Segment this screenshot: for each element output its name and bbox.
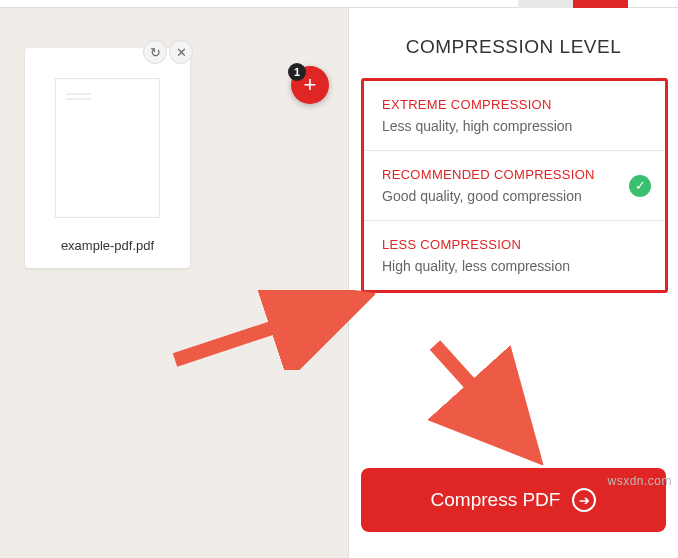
file-name: example-pdf.pdf xyxy=(35,228,180,258)
panel-title: COMPRESSION LEVEL xyxy=(349,8,678,78)
option-less[interactable]: LESS COMPRESSION High quality, less comp… xyxy=(364,221,665,290)
top-bar xyxy=(0,0,678,8)
option-recommended[interactable]: RECOMMENDED COMPRESSION Good quality, go… xyxy=(364,151,665,221)
remove-button[interactable]: ✕ xyxy=(169,40,193,64)
add-file-button[interactable]: 1 + xyxy=(291,66,329,104)
selected-check-icon: ✓ xyxy=(629,175,651,197)
file-thumbnail xyxy=(55,78,160,218)
files-panel: ↻ ✕ example-pdf.pdf 1 + xyxy=(0,8,348,558)
rotate-button[interactable]: ↻ xyxy=(143,40,167,64)
file-count-badge: 1 xyxy=(288,63,306,81)
option-title: EXTREME COMPRESSION xyxy=(382,97,647,112)
main-container: ↻ ✕ example-pdf.pdf 1 + COMPRESSION LEVE… xyxy=(0,8,678,558)
close-icon: ✕ xyxy=(176,45,187,60)
watermark: wsxdn.com xyxy=(607,474,672,488)
option-desc: High quality, less compression xyxy=(382,258,647,274)
compression-options: EXTREME COMPRESSION Less quality, high c… xyxy=(361,78,668,293)
arrow-right-icon: ➔ xyxy=(572,488,596,512)
option-title: LESS COMPRESSION xyxy=(382,237,647,252)
plus-icon: + xyxy=(304,72,317,98)
top-bar-accent xyxy=(518,0,628,8)
compress-label: Compress PDF xyxy=(431,489,561,511)
option-title: RECOMMENDED COMPRESSION xyxy=(382,167,647,182)
file-controls: ↻ ✕ xyxy=(143,40,193,64)
rotate-icon: ↻ xyxy=(150,45,161,60)
file-card[interactable]: ↻ ✕ example-pdf.pdf xyxy=(25,48,190,268)
option-desc: Less quality, high compression xyxy=(382,118,647,134)
option-desc: Good quality, good compression xyxy=(382,188,647,204)
option-extreme[interactable]: EXTREME COMPRESSION Less quality, high c… xyxy=(364,81,665,151)
